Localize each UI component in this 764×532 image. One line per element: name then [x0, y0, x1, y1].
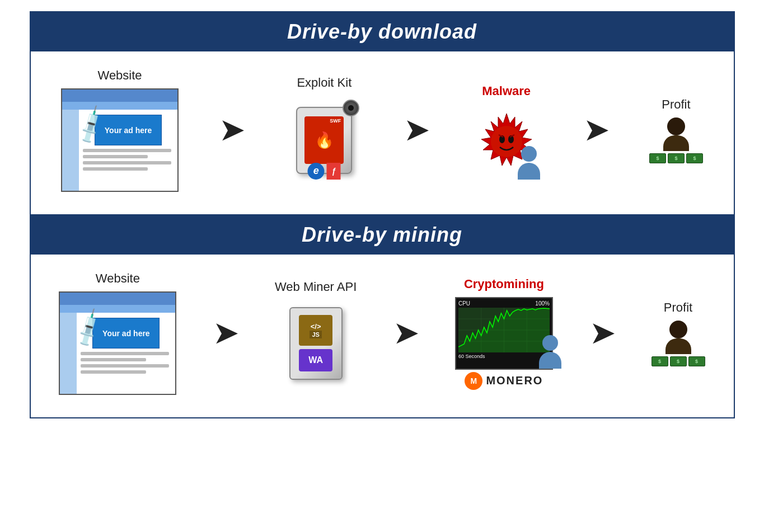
victim-user-2 [539, 335, 561, 369]
arrow-2: ➤ [405, 114, 428, 147]
person-body-1 [518, 163, 540, 180]
money-stacks-1: $ $ $ [649, 153, 703, 163]
text-line-1b [83, 155, 148, 158]
arrow-4: ➤ [214, 317, 237, 350]
person-head-2 [542, 335, 558, 351]
website-sidebar-2 [60, 313, 77, 394]
website-main-1: 💉 Your ad here [79, 110, 177, 191]
website-body-2: 💉 Your ad here [60, 313, 175, 394]
website-illustration-1: 💉 Your ad here [61, 88, 179, 192]
flow-item-profit-1: Profit $ $ $ [649, 97, 703, 163]
cpu-percent: 100% [535, 300, 550, 307]
malware-illustration [470, 104, 543, 177]
text-line-2b [81, 358, 146, 361]
ad-box-1: Your ad here [95, 115, 162, 145]
cpu-label: CPU [458, 300, 470, 307]
flow-item-exploit-kit: Exploit Kit 🔥 SWF e ƒ [285, 76, 363, 185]
profit-body-1 [663, 135, 689, 151]
text-lines-2 [79, 352, 172, 374]
ek-logos: e ƒ [308, 163, 341, 180]
monero-text: MONERO [486, 374, 543, 387]
web-miner-illustration: </> JS WA [279, 300, 352, 387]
flow-item-profit-2: Profit $ $ $ [651, 300, 705, 366]
cpu-chart: CPU 100% [455, 297, 553, 370]
flow-item-website-1: Website 💉 Your ad here [61, 68, 179, 192]
js-label: JS [310, 331, 321, 338]
profit-body-2 [665, 338, 691, 354]
money-stack-2b: $ [670, 356, 687, 366]
bullet-hole-icon [343, 100, 359, 116]
website-top-bar-1 [62, 90, 177, 102]
text-line-1c [83, 161, 171, 164]
money-stack-1b: $ [668, 153, 685, 163]
victim-user-1 [518, 146, 540, 180]
profit-head-1 [667, 117, 685, 135]
money-stack-2a: $ [651, 356, 668, 366]
main-container: Drive-by download Website 💉 Your ad here [30, 11, 735, 418]
website-illustration-2: 💉 Your ad here [59, 291, 176, 395]
drive-by-mining-header: Drive-by mining [31, 215, 734, 255]
flow-item-web-miner: Web Miner API </> JS WA [275, 280, 357, 387]
arrow-1: ➤ [220, 114, 243, 147]
cpu-chart-header: CPU 100% [458, 300, 550, 307]
ie-logo-icon: e [308, 163, 325, 180]
drive-by-download-content: Website 💉 Your ad here [31, 51, 734, 215]
flash-logo-icon: ƒ [327, 163, 341, 180]
person-body-2 [539, 352, 561, 369]
person-head-1 [521, 146, 537, 162]
website-body-1: 💉 Your ad here [62, 110, 177, 191]
js-badge: </> JS [299, 315, 332, 346]
profit-head-2 [669, 321, 687, 338]
cryptomining-illustration: CPU 100% [455, 297, 553, 390]
money-stack-1a: $ [649, 153, 666, 163]
exploit-kit-label: Exploit Kit [297, 76, 351, 90]
flow-item-website-2: Website 💉 Your ad here [59, 271, 176, 395]
profit-label-2: Profit [664, 300, 692, 315]
arrow-5: ➤ [394, 317, 418, 350]
text-line-2c [81, 364, 169, 368]
profit-label-1: Profit [662, 97, 690, 112]
ad-box-2: Your ad here [92, 318, 160, 349]
website-nav-2 [60, 305, 175, 313]
drive-by-download-header: Drive-by download [31, 12, 734, 51]
website-label-2: Website [96, 271, 140, 286]
drive-by-mining-content: Website 💉 Your ad here [31, 255, 734, 417]
js-code-icon: </> [311, 322, 321, 331]
website-sidebar-1 [62, 110, 79, 191]
profit-person-1 [663, 117, 689, 151]
profit-person-2 [665, 321, 691, 354]
profit-illustration-2: $ $ $ [651, 321, 705, 366]
flow-item-cryptomining: Cryptomining CPU 100% [455, 277, 553, 390]
wm-body: </> JS WA [289, 307, 343, 380]
money-stacks-2: $ $ $ [651, 356, 705, 366]
exploit-kit-illustration: 🔥 SWF e ƒ [285, 96, 363, 185]
cpu-chart-area [458, 308, 550, 352]
money-stack-1c: $ [686, 153, 703, 163]
website-top-bar-2 [60, 293, 175, 305]
cryptomining-label: Cryptomining [464, 277, 544, 291]
cpu-graph-svg [458, 308, 550, 352]
arrow-6: ➤ [590, 317, 614, 350]
malware-label: Malware [482, 84, 531, 98]
text-line-2a [81, 352, 169, 355]
money-stack-2c: $ [688, 356, 705, 366]
website-label-1: Website [98, 68, 142, 83]
profit-illustration-1: $ $ $ [649, 117, 703, 163]
website-nav-1 [62, 102, 177, 110]
monero-logo-icon: M [465, 372, 482, 390]
website-main-2: 💉 Your ad here [77, 313, 175, 394]
wa-badge: WA [299, 349, 332, 371]
text-line-1a [83, 149, 171, 152]
ek-body: 🔥 SWF e ƒ [296, 107, 352, 174]
flow-item-malware: Malware [470, 84, 543, 177]
text-line-1d [83, 167, 148, 171]
text-line-2d [81, 370, 146, 374]
monero-brand: M MONERO [465, 372, 543, 390]
ek-inner: 🔥 SWF [304, 116, 344, 164]
swf-badge: SWF [328, 117, 343, 124]
web-miner-label: Web Miner API [275, 280, 357, 294]
arrow-3: ➤ [584, 114, 608, 147]
cpu-chart-footer: 60 Seconds [458, 354, 550, 359]
text-lines-1 [82, 149, 175, 171]
